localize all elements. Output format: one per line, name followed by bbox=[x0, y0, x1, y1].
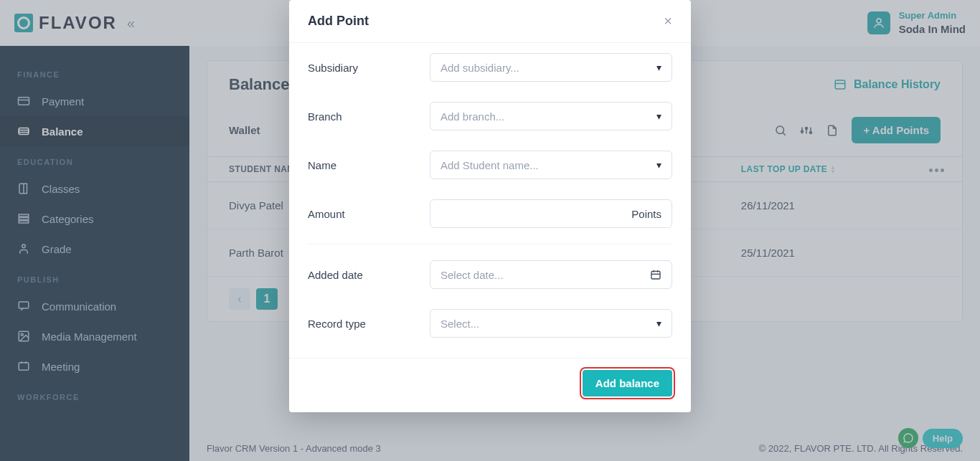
field-record-type: Record type Select... ▾ bbox=[308, 299, 672, 348]
modal-header: Add Point × bbox=[289, 0, 691, 42]
placeholder: Add Student name... bbox=[440, 159, 539, 171]
field-extra bbox=[308, 348, 672, 358]
field-name: Name Add Student name... ▾ bbox=[308, 141, 672, 189]
placeholder: Select date... bbox=[440, 269, 504, 281]
chevron-down-icon: ▾ bbox=[656, 318, 661, 329]
calendar-icon bbox=[650, 269, 661, 280]
select-record-type[interactable]: Select... ▾ bbox=[430, 309, 672, 338]
label-subsidiary: Subsidiary bbox=[308, 62, 415, 74]
svg-rect-25 bbox=[651, 271, 660, 279]
chevron-down-icon: ▾ bbox=[656, 62, 661, 73]
field-added-date: Added date Select date... bbox=[308, 250, 672, 299]
amount-unit: Points bbox=[631, 208, 661, 220]
modal-overlay[interactable]: Add Point × Subsidiary Add subsidiary...… bbox=[0, 0, 980, 461]
field-amount: Amount Points bbox=[308, 189, 672, 238]
placeholder: Select... bbox=[440, 318, 479, 330]
label-record-type: Record type bbox=[308, 318, 415, 330]
input-amount[interactable]: Points bbox=[430, 199, 672, 228]
chevron-down-icon: ▾ bbox=[656, 110, 661, 122]
label-amount: Amount bbox=[308, 208, 415, 220]
add-point-modal: Add Point × Subsidiary Add subsidiary...… bbox=[289, 0, 691, 412]
close-icon[interactable]: × bbox=[664, 13, 672, 29]
select-name[interactable]: Add Student name... ▾ bbox=[430, 151, 672, 179]
field-branch: Branch Add branch... ▾ bbox=[308, 92, 672, 141]
select-branch[interactable]: Add branch... ▾ bbox=[430, 102, 672, 130]
add-balance-button[interactable]: Add balance bbox=[583, 370, 672, 396]
label-branch: Branch bbox=[308, 110, 415, 123]
label-added-date: Added date bbox=[308, 269, 415, 281]
input-added-date[interactable]: Select date... bbox=[430, 260, 672, 289]
modal-body: Subsidiary Add subsidiary... ▾ Branch Ad… bbox=[289, 42, 691, 358]
field-subsidiary: Subsidiary Add subsidiary... ▾ bbox=[308, 43, 672, 92]
placeholder: Add branch... bbox=[440, 110, 504, 123]
placeholder: Add subsidiary... bbox=[440, 62, 519, 74]
select-subsidiary[interactable]: Add subsidiary... ▾ bbox=[430, 53, 672, 82]
chevron-down-icon: ▾ bbox=[656, 159, 661, 171]
label-name: Name bbox=[308, 159, 415, 171]
modal-footer: Add balance bbox=[289, 358, 691, 412]
divider bbox=[308, 244, 672, 244]
modal-title: Add Point bbox=[308, 14, 369, 29]
